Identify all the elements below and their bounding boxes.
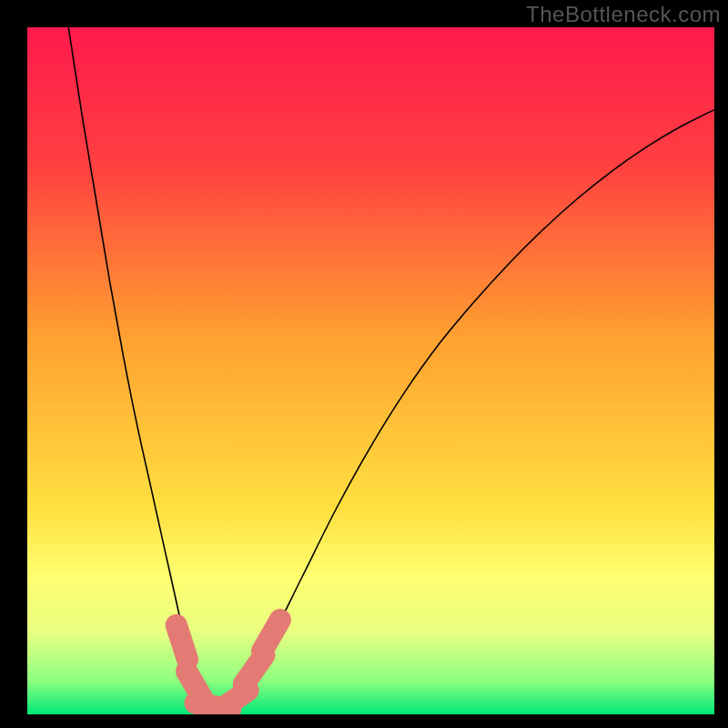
gradient-background xyxy=(27,27,714,714)
watermark-text: TheBottleneck.com xyxy=(526,2,721,27)
bottleneck-chart xyxy=(27,27,714,714)
marker-segment-a xyxy=(177,625,187,659)
marker-segment-f xyxy=(262,620,280,651)
chart-frame: TheBottleneck.com xyxy=(0,0,728,728)
